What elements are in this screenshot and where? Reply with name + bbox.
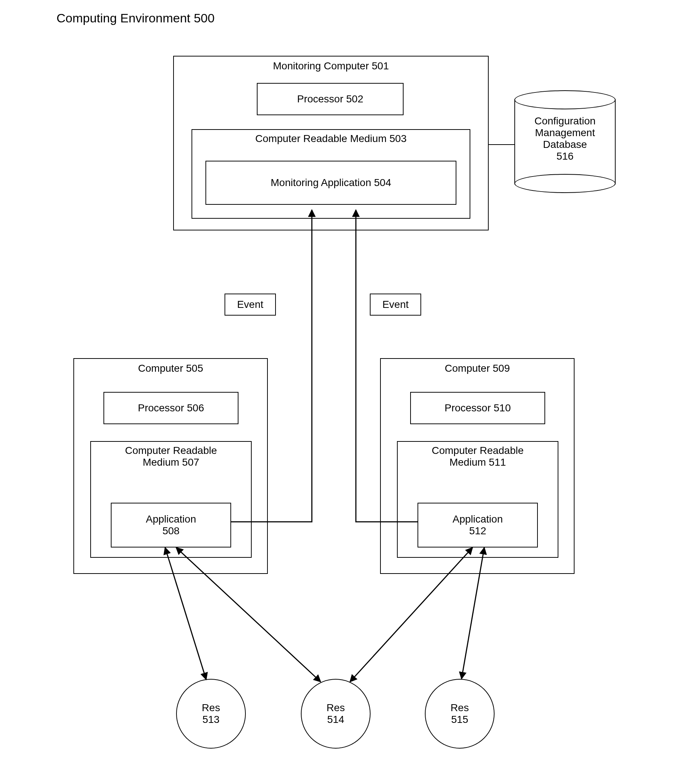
- diagram-canvas: Computing Environment 500 Monitoring Com…: [0, 0, 700, 775]
- event-left-label: Event: [237, 299, 263, 311]
- res-514-circle: Res 514: [301, 679, 371, 748]
- processor-506-label: Processor 506: [138, 402, 205, 414]
- event-left-box: Event: [224, 294, 276, 316]
- processor-506-box: Processor 506: [103, 392, 238, 424]
- event-right-label: Event: [382, 299, 409, 311]
- config-db-label: Configuration Management Database 516: [514, 115, 615, 162]
- processor-510-box: Processor 510: [410, 392, 545, 424]
- app-512-label: Application 512: [453, 513, 503, 537]
- crm-503-label: Computer Readable Medium 503: [255, 133, 406, 145]
- processor-502-box: Processor 502: [257, 83, 404, 115]
- app-512-box: Application 512: [417, 503, 538, 547]
- computer-505-title: Computer 505: [138, 363, 203, 374]
- crm-507-label: Computer Readable Medium 507: [125, 445, 217, 468]
- app-508-label: Application 508: [146, 513, 196, 537]
- processor-502-label: Processor 502: [297, 93, 364, 105]
- res-515-label: Res 515: [451, 702, 469, 725]
- computer-509-title: Computer 509: [445, 363, 510, 374]
- res-515-circle: Res 515: [425, 679, 495, 748]
- res-513-label: Res 513: [202, 702, 220, 725]
- monitoring-app-504-label: Monitoring Application 504: [271, 177, 391, 189]
- config-db-cylinder: Configuration Management Database 516: [514, 90, 615, 193]
- diagram-title: Computing Environment 500: [57, 11, 214, 25]
- res-514-label: Res 514: [326, 702, 345, 725]
- event-right-box: Event: [370, 294, 421, 316]
- crm-511-label: Computer Readable Medium 511: [432, 445, 524, 468]
- res-513-circle: Res 513: [176, 679, 246, 748]
- monitoring-app-504-box: Monitoring Application 504: [205, 161, 456, 205]
- app-508-box: Application 508: [111, 503, 231, 547]
- monitoring-computer-title: Monitoring Computer 501: [273, 60, 389, 72]
- processor-510-label: Processor 510: [445, 402, 511, 414]
